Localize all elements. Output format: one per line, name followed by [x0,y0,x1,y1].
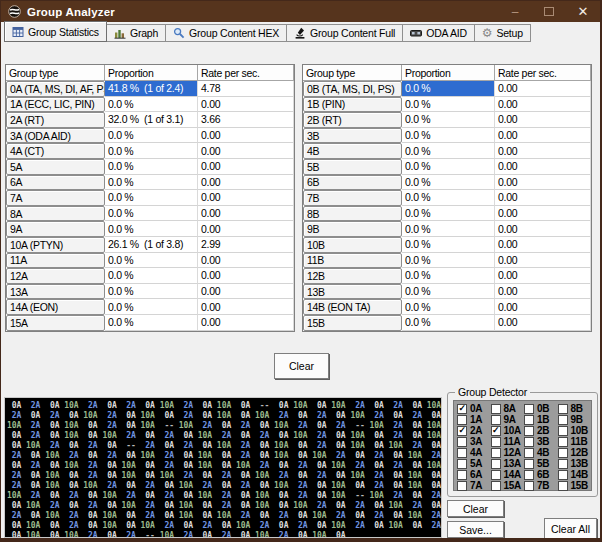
close-icon[interactable]: ✕ [566,1,600,22]
table-row[interactable]: 13B0.0 %0.00 [303,284,591,300]
table-row[interactable]: 11A0.0 %0.00 [6,253,294,269]
table-row[interactable]: 2B (RT)0.0 %0.00 [303,112,591,128]
table-row[interactable]: 15A0.0 %0.00 [6,315,294,331]
checkbox-box[interactable] [457,415,467,425]
checkbox-box[interactable] [524,437,534,447]
checkbox-box[interactable] [524,415,534,425]
table-row[interactable]: 10B0.0 %0.00 [303,237,591,253]
table-row[interactable]: 14B (EON TA)0.0 %0.00 [303,299,591,315]
tab-group-content-hex[interactable]: Group Content HEX [165,24,287,42]
checkbox-box[interactable] [491,437,501,447]
group-checkbox-4B[interactable]: 4B [524,447,558,458]
group-checkbox-6B[interactable]: 6B [524,469,558,480]
group-checkbox-14A[interactable]: 14A [491,469,525,480]
group-checkbox-4A[interactable]: 4A [457,447,491,458]
group-checkbox-9B[interactable]: 9B [558,414,592,425]
group-checkbox-5A[interactable]: 5A [457,458,491,469]
checkbox-box[interactable] [457,470,467,480]
table-row[interactable]: 6A0.0 %0.00 [6,175,294,191]
group-checkbox-14B[interactable]: 14B [558,469,592,480]
table-row[interactable]: 7B0.0 %0.00 [303,190,591,206]
group-checkbox-5B[interactable]: 5B [524,458,558,469]
group-checkbox-7B[interactable]: 7B [524,480,558,491]
group-checkbox-15A[interactable]: 15A [491,480,525,491]
checkbox-box[interactable] [491,459,501,469]
detector-clear-button[interactable]: Clear [447,500,504,517]
group-checkbox-0B[interactable]: 0B [524,403,558,414]
table-row[interactable]: 1B (PIN)0.0 %0.00 [303,97,591,113]
group-checkbox-11A[interactable]: 11A [491,436,525,447]
group-checkbox-15B[interactable]: 15B [558,480,592,491]
table-row[interactable]: 12A0.0 %0.00 [6,268,294,284]
table-row[interactable]: 0A (TA, MS, DI, AF, PS)41.8 % (1 of 2.4)… [6,81,294,97]
checkbox-box[interactable] [457,448,467,458]
checkbox-box[interactable] [457,437,467,447]
checkbox-box[interactable] [558,415,568,425]
group-checkbox-13A[interactable]: 13A [491,458,525,469]
checkbox-box[interactable] [558,481,568,491]
checkbox-box[interactable] [524,448,534,458]
table-row[interactable]: 4A (CT)0.0 %0.00 [6,143,294,159]
checkbox-box[interactable]: ✓ [457,426,467,436]
checkbox-box[interactable] [558,448,568,458]
table-row[interactable]: 8A0.0 %0.00 [6,206,294,222]
table-row[interactable]: 0B (TA, MS, DI, PS)0.0 %0.00 [303,81,591,97]
clear-statistics-button[interactable]: Clear [274,353,329,379]
checkbox-box[interactable] [558,404,568,414]
table-row[interactable]: 5B0.0 %0.00 [303,159,591,175]
group-checkbox-2A[interactable]: ✓2A [457,425,491,436]
group-checkbox-7A[interactable]: 7A [457,480,491,491]
tab-group-statistics[interactable]: Group Statistics [4,21,107,42]
checkbox-box[interactable] [558,470,568,480]
group-checkbox-10A[interactable]: ✓10A [491,425,525,436]
table-row[interactable]: 1A (ECC, LIC, PIN)0.0 %0.00 [6,97,294,113]
table-row[interactable]: 4B0.0 %0.00 [303,143,591,159]
minimize-icon[interactable]: – [498,1,532,22]
checkbox-box[interactable] [491,470,501,480]
group-checkbox-11B[interactable]: 11B [558,436,592,447]
maximize-icon[interactable] [532,1,566,22]
checkbox-box[interactable] [491,448,501,458]
group-checkbox-1A[interactable]: 1A [457,414,491,425]
checkbox-box[interactable]: ✓ [457,404,467,414]
table-row[interactable]: 14A (EON)0.0 %0.00 [6,299,294,315]
group-checkbox-0A[interactable]: ✓0A [457,403,491,414]
checkbox-box[interactable]: ✓ [491,426,501,436]
tab-graph[interactable]: Graph [106,24,166,42]
table-row[interactable]: 8B0.0 %0.00 [303,206,591,222]
table-row[interactable]: 5A0.0 %0.00 [6,159,294,175]
table-row[interactable]: 2A (RT)32.0 % (1 of 3.1)3.66 [6,112,294,128]
checkbox-box[interactable] [524,426,534,436]
clear-all-button[interactable]: Clear All [544,518,597,539]
tab-oda-aid[interactable]: ODA AID [402,24,475,42]
table-row[interactable]: 15B0.0 %0.00 [303,315,591,331]
group-checkbox-2B[interactable]: 2B [524,425,558,436]
group-checkbox-8B[interactable]: 8B [558,403,592,414]
checkbox-box[interactable] [457,459,467,469]
save-button[interactable]: Save... [447,521,504,538]
checkbox-box[interactable] [558,437,568,447]
table-row[interactable]: 3B0.0 %0.00 [303,128,591,144]
group-checkbox-13B[interactable]: 13B [558,458,592,469]
group-checkbox-8A[interactable]: 8A [491,403,525,414]
checkbox-box[interactable] [457,481,467,491]
table-row[interactable]: 9A0.0 %0.00 [6,221,294,237]
table-row[interactable]: 13A0.0 %0.00 [6,284,294,300]
table-row[interactable]: 3A (ODA AID)0.0 %0.00 [6,128,294,144]
checkbox-box[interactable] [558,459,568,469]
group-checkbox-3A[interactable]: 3A [457,436,491,447]
checkbox-box[interactable] [491,481,501,491]
group-checkbox-10B[interactable]: 10B [558,425,592,436]
table-row[interactable]: 7A0.0 %0.00 [6,190,294,206]
checkbox-box[interactable] [524,481,534,491]
checkbox-box[interactable] [558,426,568,436]
tab-setup[interactable]: ⚙ Setup [474,24,531,42]
tab-group-content-full[interactable]: Group Content Full [286,24,403,42]
group-checkbox-9A[interactable]: 9A [491,414,525,425]
checkbox-box[interactable] [491,415,501,425]
group-checkbox-1B[interactable]: 1B [524,414,558,425]
table-row[interactable]: 12B0.0 %0.00 [303,268,591,284]
checkbox-box[interactable] [524,470,534,480]
table-row[interactable]: 11B0.0 %0.00 [303,253,591,269]
group-checkbox-12A[interactable]: 12A [491,447,525,458]
